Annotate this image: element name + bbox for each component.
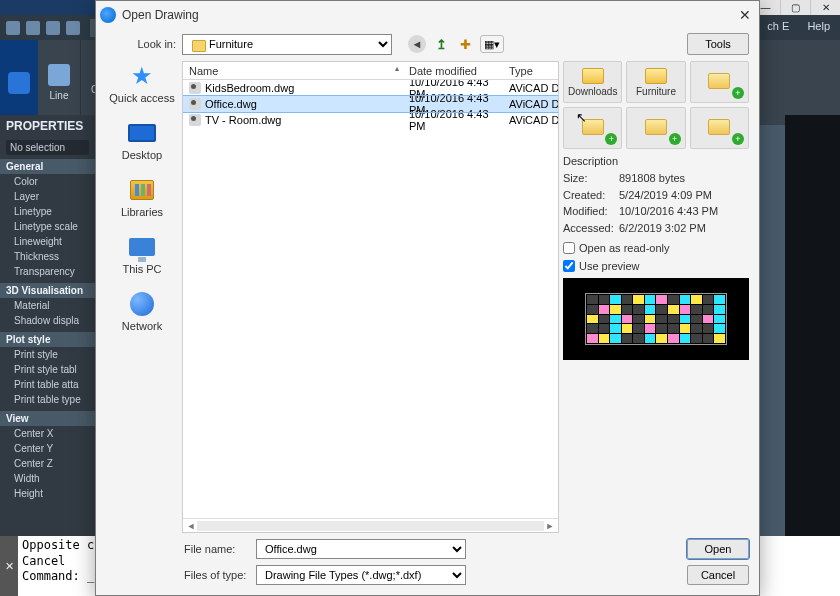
properties-title: PROPERTIES [0,115,95,137]
places-bar: ★ Quick access Desktop Libraries This PC [106,61,178,533]
dialog-close-button[interactable]: ✕ [735,5,755,25]
desc-size-value: 891808 bytes [619,170,685,187]
props-row[interactable]: Shadow displa [0,313,95,328]
nav-up-button[interactable]: ↥ [432,35,450,53]
props-row[interactable]: Print style [0,347,95,362]
props-row[interactable]: Height [0,486,95,501]
place-this-pc[interactable]: This PC [122,234,161,275]
file-list-header[interactable]: Name▴ Date modified Type [183,62,558,80]
properties-panel: PROPERTIES No selection General Color La… [0,115,95,536]
readonly-checkbox-row[interactable]: Open as read-only [563,242,749,254]
qat-icon[interactable] [6,21,20,35]
qat-icon[interactable] [66,21,80,35]
folder-icon [708,73,730,89]
top-right-help: ch E Help [767,20,830,32]
props-row[interactable]: Transparency [0,264,95,279]
usepreview-label: Use preview [579,260,640,272]
file-type: AViCAD DWG [503,114,558,126]
maximize-button[interactable]: ▢ [780,0,810,15]
qat-icon[interactable] [26,21,40,35]
command-close-icon[interactable]: ✕ [0,536,18,596]
cancel-button[interactable]: Cancel [687,565,749,585]
side-pane: DownloadsFurniture++++ Description Size:… [563,61,749,533]
horizontal-scrollbar[interactable]: ◄ ► [183,518,558,532]
properties-selection[interactable]: No selection [6,140,89,155]
qat-icon[interactable] [46,21,60,35]
description-heading: Description [563,155,749,167]
lookin-label: Look in: [134,38,176,50]
custom-place-new[interactable]: + [563,107,622,149]
filetype-combo[interactable]: Drawing File Types (*.dwg;*.dxf) [256,565,466,585]
props-group-view: View [0,411,95,426]
props-row[interactable]: Center Y [0,441,95,456]
open-button[interactable]: Open [687,539,749,559]
dialog-titlebar[interactable]: Open Drawing ✕ [96,1,759,29]
nav-newfolder-button[interactable]: ✚ [456,35,474,53]
help-link[interactable]: Help [807,20,830,32]
place-desktop[interactable]: Desktop [122,120,162,161]
filename-label: File name: [184,543,250,555]
nav-back-button[interactable]: ◄ [408,35,426,53]
scroll-left-icon[interactable]: ◄ [185,521,197,531]
folder-icon [582,68,604,84]
props-row[interactable]: Thickness [0,249,95,264]
place-network[interactable]: Network [122,291,162,332]
custom-place-furniture[interactable]: Furniture [626,61,685,103]
custom-place-new[interactable]: + [626,107,685,149]
props-row[interactable]: Print table type [0,392,95,407]
props-row[interactable]: Lineweight [0,234,95,249]
props-row[interactable]: Color [0,174,95,189]
preview-area [563,278,749,360]
column-date[interactable]: Date modified [403,62,503,79]
place-quick-access[interactable]: ★ Quick access [109,63,174,104]
props-row[interactable]: Layer [0,189,95,204]
props-row[interactable]: Print table atta [0,377,95,392]
star-icon: ★ [127,63,157,89]
close-button[interactable]: ✕ [810,0,840,15]
line-icon [48,64,70,86]
desc-size-key: Size: [563,170,619,187]
app-icon[interactable] [0,40,38,125]
file-name: TV - Room.dwg [205,114,281,126]
custom-places-grid: DownloadsFurniture++++ [563,61,749,149]
scroll-right-icon[interactable]: ► [544,521,556,531]
props-row[interactable]: Print style tabl [0,362,95,377]
usepreview-checkbox[interactable] [563,260,575,272]
custom-place-new[interactable]: + [690,107,749,149]
file-name: Office.dwg [205,98,257,110]
file-type: AViCAD DWG [503,98,558,110]
props-row[interactable]: Linetype [0,204,95,219]
nav-view-button[interactable]: ▦▾ [480,35,504,53]
scroll-track[interactable] [197,521,544,531]
app-logo-icon [100,7,116,23]
place-libraries[interactable]: Libraries [121,177,163,218]
filetype-label: Files of type: [184,569,250,581]
drawing-area[interactable] [785,115,840,536]
props-row[interactable]: Material [0,298,95,313]
file-name: KidsBedroom.dwg [205,82,294,94]
file-row[interactable]: TV - Room.dwg10/10/2016 4:43 PMAViCAD DW… [183,112,558,128]
tools-button[interactable]: Tools [687,33,749,55]
props-row[interactable]: Linetype scale [0,219,95,234]
column-type[interactable]: Type [503,62,558,79]
props-group-3d: 3D Visualisation [0,283,95,298]
ribbon-line-tool[interactable]: Line [38,40,81,125]
props-row[interactable]: Center Z [0,456,95,471]
folder-icon [645,68,667,84]
readonly-label: Open as read-only [579,242,670,254]
props-row[interactable]: Center X [0,426,95,441]
readonly-checkbox[interactable] [563,242,575,254]
monitor-icon [128,124,156,142]
custom-place-new[interactable]: + [690,61,749,103]
usepreview-checkbox-row[interactable]: Use preview [563,260,749,272]
custom-place-downloads[interactable]: Downloads [563,61,622,103]
props-group-plot: Plot style [0,332,95,347]
file-list-pane: Name▴ Date modified Type KidsBedroom.dwg… [182,61,559,533]
filename-combo[interactable]: Office.dwg [256,539,466,559]
window-buttons: — ▢ ✕ [750,0,840,15]
props-row[interactable]: Width [0,471,95,486]
column-name[interactable]: Name▴ [183,62,403,79]
lookin-select[interactable]: Furniture [182,34,392,55]
file-list[interactable]: KidsBedroom.dwg10/10/2016 4:43 PMAViCAD … [183,80,558,518]
file-date: 10/10/2016 4:43 PM [403,108,503,132]
